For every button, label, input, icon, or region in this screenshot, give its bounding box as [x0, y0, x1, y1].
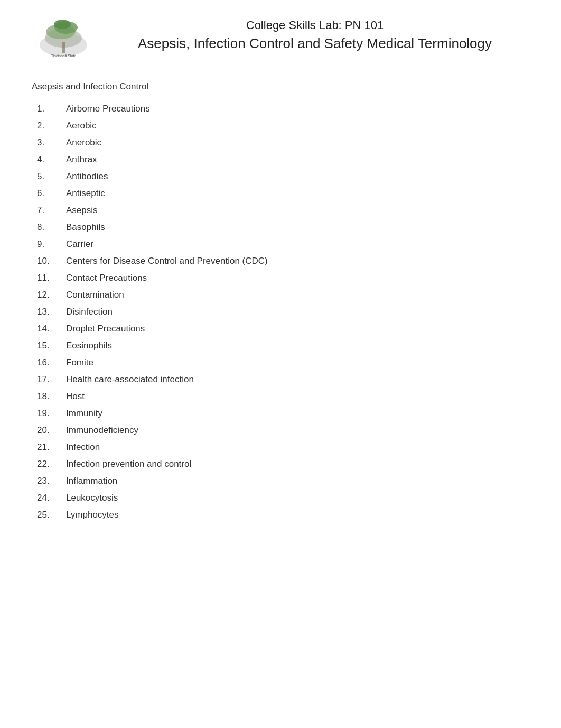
list-item: 19.Immunity [37, 408, 529, 419]
list-item: 7.Asepsis [37, 205, 529, 216]
main-title: Asepsis, Infection Control and Safety Me… [100, 35, 529, 52]
item-number: 5. [37, 171, 66, 182]
list-item: 10.Centers for Disease Control and Preve… [37, 256, 529, 266]
svg-text:Cincinnati State: Cincinnati State [50, 54, 76, 58]
logo: Cincinnati State [32, 16, 100, 60]
list-item: 8.Basophils [37, 222, 529, 233]
svg-point-4 [54, 20, 71, 29]
item-number: 21. [37, 442, 66, 453]
logo-icon: Cincinnati State [32, 16, 95, 58]
item-number: 10. [37, 256, 66, 266]
list-item: 13.Disinfection [37, 307, 529, 317]
list-item: 21.Infection [37, 442, 529, 453]
item-text: Asepsis [66, 205, 98, 216]
list-item: 1.Airborne Precautions [37, 104, 529, 114]
subtitle: College Skills Lab: PN 101 [100, 19, 529, 32]
item-text: Contamination [66, 290, 124, 300]
item-number: 7. [37, 205, 66, 216]
list-item: 5.Antibodies [37, 171, 529, 182]
list-item: 6.Antiseptic [37, 188, 529, 199]
item-text: Aerobic [66, 121, 97, 131]
item-number: 4. [37, 154, 66, 165]
list-item: 15.Eosinophils [37, 340, 529, 351]
list-item: 12.Contamination [37, 290, 529, 300]
list-item: 16.Fomite [37, 357, 529, 368]
item-text: Centers for Disease Control and Preventi… [66, 256, 268, 266]
item-number: 2. [37, 121, 66, 131]
item-text: Droplet Precautions [66, 324, 145, 334]
item-number: 6. [37, 188, 66, 199]
list-item: 11.Contact Precautions [37, 273, 529, 283]
svg-rect-5 [62, 42, 65, 53]
item-number: 24. [37, 493, 66, 503]
section-title: Asepsis and Infection Control [32, 81, 529, 92]
item-number: 23. [37, 476, 66, 486]
item-text: Carrier [66, 239, 94, 250]
page-header: Cincinnati State College Skills Lab: PN … [32, 16, 529, 60]
item-text: Airborne Precautions [66, 104, 150, 114]
list-item: 9.Carrier [37, 239, 529, 250]
list-item: 24.Leukocytosis [37, 493, 529, 503]
list-item: 14.Droplet Precautions [37, 324, 529, 334]
item-number: 25. [37, 510, 66, 520]
item-text: Anthrax [66, 154, 97, 165]
item-number: 13. [37, 307, 66, 317]
item-number: 12. [37, 290, 66, 300]
item-text: Immunity [66, 408, 102, 419]
item-number: 20. [37, 425, 66, 436]
item-number: 14. [37, 324, 66, 334]
item-text: Basophils [66, 222, 105, 233]
item-number: 18. [37, 391, 66, 402]
item-text: Host [66, 391, 85, 402]
item-number: 1. [37, 104, 66, 114]
item-text: Leukocytosis [66, 493, 118, 503]
list-item: 25.Lymphocytes [37, 510, 529, 520]
item-text: Antiseptic [66, 188, 105, 199]
item-text: Infection [66, 442, 100, 453]
item-number: 22. [37, 459, 66, 469]
list-item: 2.Aerobic [37, 121, 529, 131]
item-text: Infection prevention and control [66, 459, 191, 469]
item-text: Fomite [66, 357, 94, 368]
terminology-list: 1.Airborne Precautions2.Aerobic3.Anerobi… [32, 104, 529, 520]
list-item: 23.Inflammation [37, 476, 529, 486]
item-number: 11. [37, 273, 66, 283]
item-text: Inflammation [66, 476, 117, 486]
item-number: 15. [37, 340, 66, 351]
list-item: 18.Host [37, 391, 529, 402]
item-text: Anerobic [66, 137, 101, 148]
list-item: 3.Anerobic [37, 137, 529, 148]
item-number: 8. [37, 222, 66, 233]
item-text: Antibodies [66, 171, 108, 182]
list-item: 4.Anthrax [37, 154, 529, 165]
item-number: 19. [37, 408, 66, 419]
item-text: Immunodeficiency [66, 425, 138, 436]
list-item: 20.Immunodeficiency [37, 425, 529, 436]
item-text: Contact Precautions [66, 273, 147, 283]
item-number: 16. [37, 357, 66, 368]
item-number: 3. [37, 137, 66, 148]
item-number: 17. [37, 374, 66, 385]
item-text: Disinfection [66, 307, 113, 317]
item-text: Health care-associated infection [66, 374, 194, 385]
title-area: College Skills Lab: PN 101 Asepsis, Infe… [100, 16, 529, 52]
item-text: Eosinophils [66, 340, 112, 351]
list-item: 22.Infection prevention and control [37, 459, 529, 469]
item-text: Lymphocytes [66, 510, 119, 520]
item-number: 9. [37, 239, 66, 250]
list-item: 17.Health care-associated infection [37, 374, 529, 385]
